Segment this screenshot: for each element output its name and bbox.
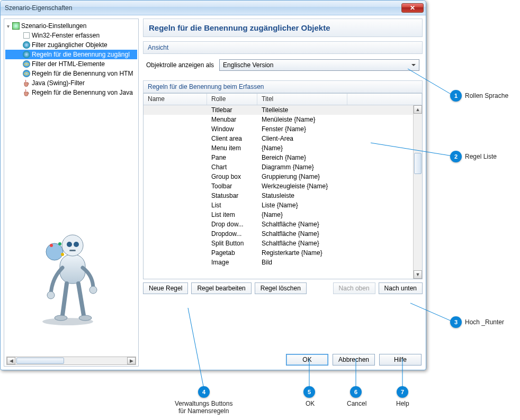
ok-button[interactable]: OK [286,354,328,366]
callout-label-5: OK [306,400,315,407]
table-row[interactable]: Group boxGruppierung {Name} [144,172,422,181]
cell-title: Liste {Name} [257,202,347,209]
cell-title: Fenster {Name} [257,125,347,133]
dialog-footer: OK Abbrechen Hilfe [143,350,423,367]
tree-item[interactable]: Regeln für die Benennung von HTM [5,69,137,78]
table-row[interactable]: PagetabRegisterkarte {Name} [144,248,422,258]
scroll-left-icon[interactable]: ◀ [7,357,15,364]
new-rule-button[interactable]: Neue Regel [143,282,188,294]
move-down-button[interactable]: Nach unten [379,282,423,294]
cell-title: Schaltfläche {Name} [257,230,347,238]
dropdown-value: Englische Version [223,61,273,69]
cell-role: Drop dow... [207,221,257,228]
window-title: Szenario-Eigenschaften [5,4,401,12]
edit-rule-button[interactable]: Regel bearbeiten [191,282,251,294]
table-row[interactable]: ToolbarWerkzeugleiste {Name} [144,181,422,191]
table-row[interactable]: ImageBild [144,258,422,267]
tree-item-label: Regeln für die Benennung von Java [32,89,133,96]
cell-title: {Name} [257,144,347,152]
svg-point-2 [50,244,53,247]
tree-item[interactable]: Filter der HTML-Elemente [5,59,137,69]
table-row[interactable]: StatusbarStatusleiste [144,191,422,200]
close-button[interactable]: ✕ [401,3,424,13]
cancel-button[interactable]: Abbrechen [333,354,375,366]
help-button[interactable]: Hilfe [379,354,422,366]
tree-horizontal-scrollbar[interactable]: ◀ ▶ [6,357,136,365]
table-row[interactable]: Client areaClient-Area [144,134,422,143]
cell-title: Titelleiste [257,106,347,114]
mascot-image [31,231,105,326]
scroll-thumb[interactable] [16,358,64,364]
section-rules: Regeln für die Benennung beim Erfassen [143,80,423,93]
settings-icon [12,22,20,30]
tree-item-icon [22,31,31,40]
table-row[interactable]: Dropdow...Schaltfläche {Name} [144,229,422,239]
col-title[interactable]: Titel [257,94,347,105]
cell-role: Group box [207,173,257,180]
table-row[interactable]: PaneBereich {Name} [144,153,422,162]
callout-label-2: Regel Liste [465,153,497,160]
svg-point-12 [55,315,67,321]
delete-rule-button[interactable]: Regel löschen [255,282,307,294]
callout-label-3: Hoch _Runter [465,318,504,326]
scroll-right-icon[interactable]: ▶ [127,357,136,364]
tree-item[interactable]: Win32-Fenster erfassen [5,31,137,40]
collapse-icon[interactable]: ▾ [5,23,11,29]
tree-item[interactable]: Regeln für die Benennung zugängl [5,50,137,59]
cell-title: Client-Area [257,135,347,142]
tree-root-label: Szenario-Einstellungen [21,22,86,30]
rule-buttons-row: Neue Regel Regel bearbeiten Regel lösche… [143,282,423,294]
col-name[interactable]: Name [144,94,207,105]
table-row[interactable]: MenubarMenüleiste {Name} [144,115,422,124]
tree-item[interactable]: Filter zugänglicher Objekte [5,40,137,50]
tree-item-label: Filter der HTML-Elemente [32,60,105,68]
section-view: Ansicht [143,41,423,54]
callout-label-7: Help [396,400,409,407]
callout-label-1: Rollen Sprache [465,92,508,99]
cell-role: Toolbar [207,182,257,190]
cell-title: Diagramm {Name} [257,163,347,171]
titlebar[interactable]: Szenario-Eigenschaften ✕ [1,1,426,15]
tree-item[interactable]: Java (Swing)-Filter [5,78,137,88]
table-row[interactable]: List item{Name} [144,210,422,220]
table-row[interactable]: ListListe {Name} [144,200,422,210]
svg-point-4 [61,253,64,256]
close-icon: ✕ [410,4,415,12]
table-row[interactable]: Split ButtonSchaltfläche {Name} [144,239,422,248]
cell-role: Dropdow... [207,230,257,238]
scroll-up-icon[interactable]: ▲ [414,105,422,114]
svg-point-7 [67,242,72,247]
table-row[interactable]: Menu item{Name} [144,143,422,153]
role-language-dropdown[interactable]: Englische Version [219,59,419,71]
view-label: Objektrolle anzeigen als [146,61,214,69]
table-row[interactable]: TitlebarTitelleiste [144,105,422,115]
tree-item-icon [22,41,31,49]
cell-title: Menüleiste {Name} [257,116,347,123]
tree-item-label: Java (Swing)-Filter [32,79,85,87]
cell-role: Image [207,259,257,266]
table-vertical-scrollbar[interactable]: ▲ ▼ [413,105,422,279]
tree-item-icon [22,60,31,68]
cell-role: Statusbar [207,192,257,199]
svg-point-1 [46,243,63,260]
rules-table[interactable]: Name Rolle Titel TitlebarTitelleisteMenu… [143,93,423,279]
cell-role: Menu item [207,144,257,152]
callout-badge-6: 6 [350,386,362,398]
cell-role: Pagetab [207,249,257,257]
tree-item-label: Filter zugänglicher Objekte [32,41,107,49]
cell-role: Window [207,125,257,133]
table-row[interactable]: WindowFenster {Name} [144,124,422,134]
cell-title: Registerkarte {Name} [257,249,347,257]
cell-title: Gruppierung {Name} [257,173,347,180]
col-role[interactable]: Rolle [207,94,257,105]
move-up-button[interactable]: Nach oben [333,282,375,294]
cell-role: List [207,202,257,209]
table-row[interactable]: Drop dow...Schaltfläche {Name} [144,220,422,229]
table-row[interactable]: ChartDiagramm {Name} [144,162,422,172]
tree-item[interactable]: Regeln für die Benennung von Java [5,88,137,97]
scroll-thumb[interactable] [414,153,422,174]
svg-rect-9 [69,250,76,251]
tree-root[interactable]: ▾ Szenario-Einstellungen [5,21,137,31]
scroll-down-icon[interactable]: ▼ [414,270,422,279]
dialog-window: Szenario-Eigenschaften ✕ ▾ Szenario-Eins… [0,0,426,370]
